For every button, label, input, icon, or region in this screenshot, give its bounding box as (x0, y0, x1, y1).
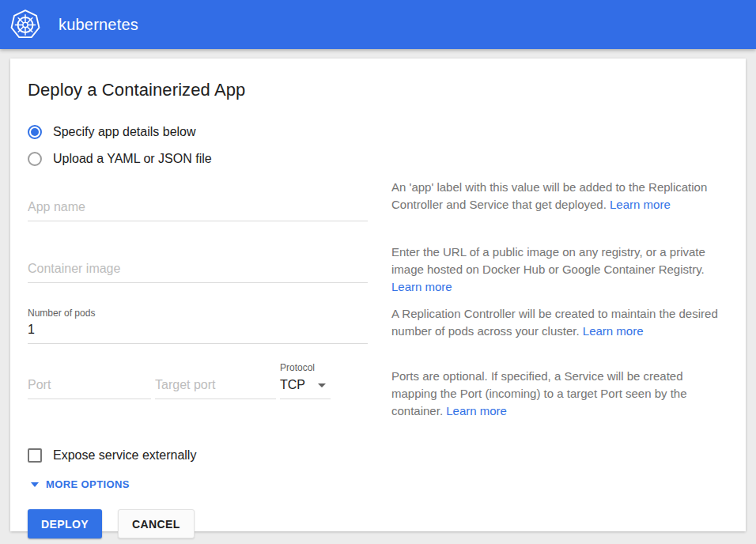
learn-more-link[interactable]: Learn more (391, 280, 452, 293)
ports-row: Protocol TCP Ports are optional. If spec… (28, 362, 728, 420)
radio-upload-yaml[interactable]: Upload a YAML or JSON file (28, 152, 728, 166)
radio-specify-details[interactable]: Specify app details below (28, 125, 728, 139)
help-text: Ports are optional. If specified, a Serv… (391, 369, 687, 417)
container-image-input[interactable] (28, 262, 368, 283)
app-header: kubernetes (0, 0, 756, 49)
cancel-button[interactable]: CANCEL (118, 509, 195, 538)
learn-more-link[interactable]: Learn more (446, 404, 507, 417)
app-name-row: An 'app' label with this value will be a… (28, 179, 728, 221)
pods-label: Number of pods (28, 308, 368, 319)
learn-more-link[interactable]: Learn more (583, 324, 644, 338)
pods-input[interactable] (28, 323, 368, 344)
app-name-input[interactable] (28, 200, 368, 221)
learn-more-link[interactable]: Learn more (610, 198, 671, 211)
kubernetes-logo-icon[interactable] (9, 9, 41, 40)
checkbox-unchecked-icon[interactable] (28, 448, 42, 463)
dropdown-arrow-icon (318, 383, 326, 387)
container-image-help: Enter the URL of a public image on any r… (391, 244, 728, 296)
radio-label: Specify app details below (53, 125, 196, 139)
page-title: Deploy a Containerized App (28, 80, 728, 100)
protocol-select[interactable]: TCP (280, 373, 331, 399)
radio-unselected-icon[interactable] (28, 152, 42, 166)
ports-help: Ports are optional. If specified, a Serv… (391, 368, 728, 420)
checkbox-label: Expose service externally (53, 448, 196, 463)
deploy-form-card: Deploy a Containerized App Specify app d… (10, 59, 746, 531)
port-input[interactable] (28, 378, 151, 399)
help-text: A Replication Controller will be created… (391, 307, 718, 338)
deploy-mode-radio-group: Specify app details below Upload a YAML … (28, 125, 728, 166)
protocol-label: Protocol (280, 362, 331, 373)
expose-service-checkbox-row[interactable]: Expose service externally (28, 448, 728, 463)
target-port-input[interactable] (155, 378, 276, 399)
pods-row: Number of pods A Replication Controller … (28, 305, 728, 344)
brand-title[interactable]: kubernetes (59, 16, 138, 34)
deploy-button[interactable]: DEPLOY (28, 509, 102, 538)
form-actions: DEPLOY CANCEL (28, 509, 728, 538)
more-options-toggle[interactable]: MORE OPTIONS (31, 478, 728, 490)
help-text: Enter the URL of a public image on any r… (391, 245, 705, 276)
protocol-value: TCP (280, 378, 305, 392)
pods-help: A Replication Controller will be created… (391, 305, 728, 340)
app-name-help: An 'app' label with this value will be a… (391, 179, 728, 213)
more-options-label: MORE OPTIONS (46, 478, 130, 490)
radio-label: Upload a YAML or JSON file (53, 152, 212, 166)
radio-selected-icon[interactable] (28, 125, 42, 139)
container-image-row: Enter the URL of a public image on any r… (28, 244, 728, 296)
more-options-arrow-icon (31, 482, 39, 487)
